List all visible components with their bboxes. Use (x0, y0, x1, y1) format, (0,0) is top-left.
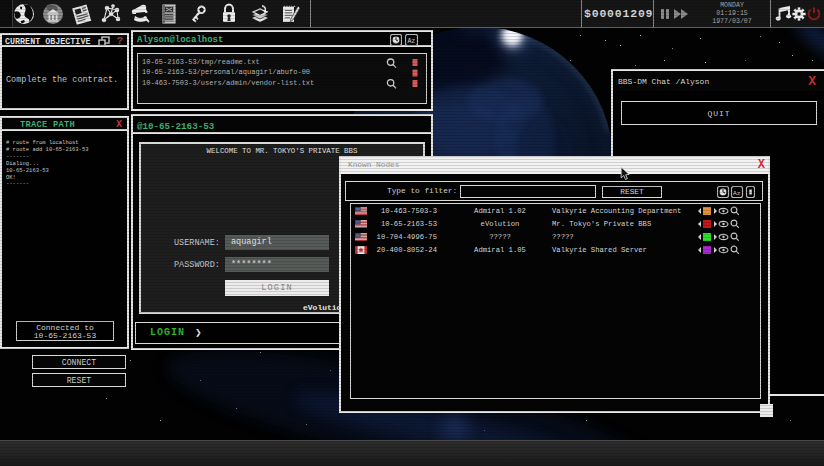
svg-text:Az: Az (733, 190, 741, 197)
svg-text:Az: Az (407, 38, 415, 45)
